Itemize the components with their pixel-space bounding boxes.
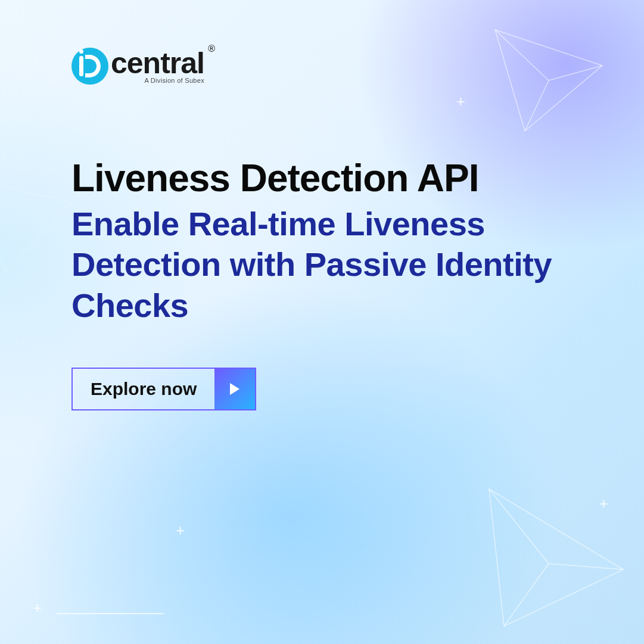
plus-decoration: + — [176, 521, 185, 540]
plus-decoration: + — [599, 494, 608, 513]
page-title: Liveness Detection API — [71, 156, 560, 200]
page-subtitle: Enable Real-time Liveness Detection with… — [71, 204, 560, 326]
logo-mark — [71, 48, 108, 85]
play-icon — [214, 369, 255, 409]
logo-word: central — [111, 46, 204, 80]
explore-button-label: Explore now — [73, 369, 214, 409]
explore-button[interactable]: Explore now — [71, 368, 256, 410]
triangle-left — [0, 167, 77, 280]
line-decoration — [57, 613, 164, 614]
registered-mark: ® — [208, 43, 215, 54]
brand-logo: central ® A Division of Subex — [71, 48, 560, 85]
plus-decoration: + — [33, 599, 42, 617]
